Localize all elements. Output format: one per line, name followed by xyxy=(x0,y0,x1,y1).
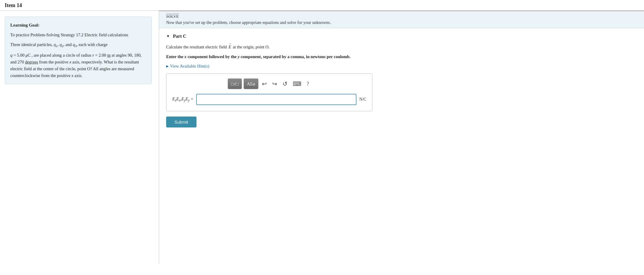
learning-goal-p3: q = 5.00 μC , are placed along a circle … xyxy=(10,52,146,79)
unit-label: N/C xyxy=(359,97,366,102)
part-c-title: Part C xyxy=(173,34,186,39)
formula-icon2: □ xyxy=(236,81,238,86)
part-c-section: ▼ Part C Calculate the resultant electri… xyxy=(159,28,644,127)
undo-icon: ↩ xyxy=(262,80,267,87)
right-panel: SOLVE Now that you've set up the problem… xyxy=(159,11,644,264)
learning-goal-title: Learning Goal: xyxy=(10,22,146,29)
greek-label: ΑΣφ xyxy=(247,81,255,86)
greek-button[interactable]: ΑΣφ xyxy=(244,78,258,89)
learning-goal-p1: To practice Problem-Solving Strategy 17.… xyxy=(10,32,146,38)
view-hints-link[interactable]: ▶ View Available Hint(s) xyxy=(166,64,637,69)
part-header-text: Now that you've set up the problem, choo… xyxy=(166,20,331,25)
page-title: Item 14 xyxy=(5,2,22,8)
hints-triangle-icon: ▶ xyxy=(166,64,169,68)
learning-goal-box: Learning Goal: To practice Problem-Solvi… xyxy=(5,17,152,84)
redo-button[interactable]: ↪ xyxy=(270,79,279,89)
answer-box: □ √ □ ΑΣφ ↩ ↪ ↺ xyxy=(166,73,372,111)
part-c-instruction: Enter the x component followed by the y … xyxy=(166,53,637,60)
E-vec: → E xyxy=(229,44,231,50)
learning-goal-p2: Three identical particles, q1, q2, and q… xyxy=(10,41,146,49)
main-layout: Learning Goal: To practice Problem-Solvi… xyxy=(0,11,644,264)
answer-toolbar: □ √ □ ΑΣφ ↩ ↪ ↺ xyxy=(172,78,366,89)
part-header-info: SOLVE Now that you've set up the problem… xyxy=(159,11,644,28)
solve-label: SOLVE xyxy=(166,14,637,19)
input-label: ExEx,EyEy = xyxy=(172,97,193,102)
collapse-icon[interactable]: ▼ xyxy=(166,34,170,39)
hints-label: View Available Hint(s) xyxy=(170,64,209,69)
keyboard-button[interactable]: ⌨ xyxy=(291,79,303,89)
part-c-description: Calculate the resultant electric field →… xyxy=(166,44,637,50)
input-row: ExEx,EyEy = N/C xyxy=(172,94,366,105)
formula-button[interactable]: □ √ □ xyxy=(228,78,242,89)
formula-icon: □ xyxy=(231,81,234,86)
page-header: Item 14 xyxy=(0,0,644,11)
keyboard-icon: ⌨ xyxy=(293,80,301,87)
left-panel: Learning Goal: To practice Problem-Solvi… xyxy=(0,11,159,264)
refresh-icon: ↺ xyxy=(283,80,288,87)
submit-button[interactable]: Submit xyxy=(166,117,196,127)
refresh-button[interactable]: ↺ xyxy=(281,79,289,89)
part-title-row: ▼ Part C xyxy=(166,34,637,39)
answer-input[interactable] xyxy=(196,94,356,105)
undo-button[interactable]: ↩ xyxy=(260,79,269,89)
help-button[interactable]: ? xyxy=(305,80,311,88)
redo-icon: ↪ xyxy=(272,80,277,87)
